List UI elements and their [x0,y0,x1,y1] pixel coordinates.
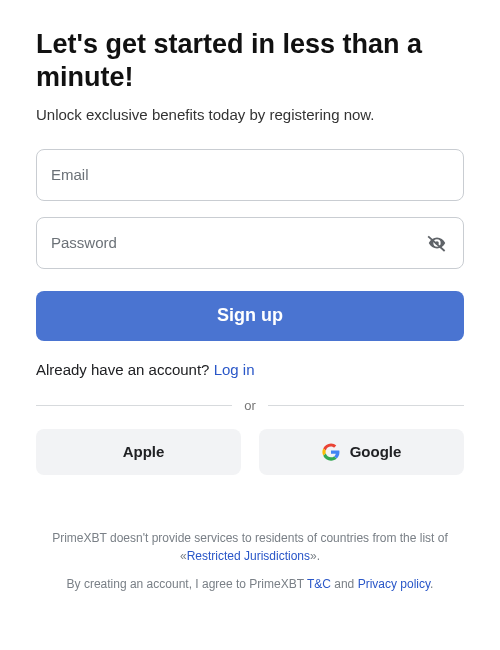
legal-agree-pre: By creating an account, I agree to Prime… [67,577,307,591]
google-login-button[interactable]: Google [259,429,464,475]
already-have-account: Already have an account? Log in [36,361,464,378]
email-field-wrapper [36,149,464,201]
legal-agree-post: . [430,577,433,591]
toggle-password-visibility-icon[interactable] [425,231,449,255]
legal-agree-mid: and [331,577,358,591]
page-subtitle: Unlock exclusive benefits today by regis… [36,106,464,123]
apple-login-label: Apple [123,443,165,460]
already-have-account-text: Already have an account? [36,361,214,378]
google-login-label: Google [350,443,402,460]
divider-label: or [232,398,268,413]
email-field[interactable] [51,150,449,200]
password-field[interactable] [51,218,417,268]
restricted-jurisdictions-link[interactable]: Restricted Jurisdictions [187,549,310,563]
password-field-wrapper [36,217,464,269]
privacy-link[interactable]: Privacy policy [358,577,430,591]
page-title: Let's get started in less than a minute! [36,28,464,94]
divider-line-right [268,405,464,406]
apple-login-button[interactable]: Apple [36,429,241,475]
google-icon [322,443,340,461]
divider: or [36,398,464,413]
social-login-row: Apple Google [36,429,464,475]
legal-text: PrimeXBT doesn't provide services to res… [36,529,464,593]
signup-button[interactable]: Sign up [36,291,464,341]
divider-line-left [36,405,232,406]
signup-form: Sign up [36,149,464,341]
login-link[interactable]: Log in [214,361,255,378]
legal-note-post: ». [310,549,320,563]
terms-link[interactable]: T&C [307,577,331,591]
